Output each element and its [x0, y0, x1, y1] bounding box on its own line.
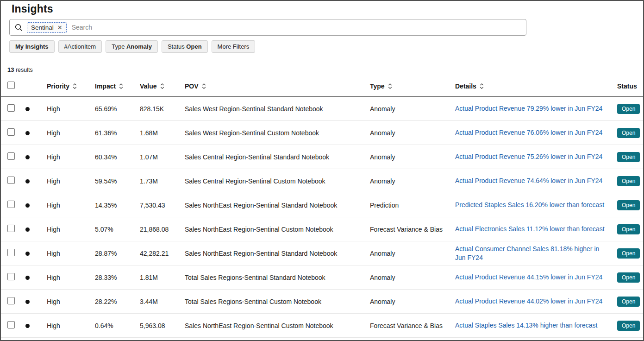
table-row[interactable]: High60.34%1.07MSales Central Region-Sent…	[1, 145, 644, 169]
filter-status-open[interactable]: Status Open	[162, 40, 208, 53]
table-row[interactable]: High0.64%5,963.08Sales NorthEast Region-…	[1, 314, 644, 338]
column-header-type[interactable]: Type	[364, 75, 449, 97]
status-cell: Open	[611, 217, 644, 241]
search-bar[interactable]: Sentinal ✕	[9, 19, 526, 36]
table-row[interactable]: High61.36%1.68MSales West Region-Sentina…	[1, 121, 644, 145]
pov-cell: Sales West Region-Sentinal Custom Notebo…	[179, 121, 364, 145]
impact-cell: 14.35%	[89, 193, 134, 217]
impact-cell: 61.36%	[89, 121, 134, 145]
details-cell: Actual Product Revenue 44.02% lower in J…	[449, 290, 611, 314]
table-row[interactable]: High5.07%21,868.08Sales NorthEast Region…	[1, 217, 644, 241]
row-checkbox[interactable]	[7, 297, 15, 304]
value-cell: 1.68M	[134, 121, 179, 145]
sort-icon[interactable]	[73, 83, 77, 89]
table-row[interactable]: High28.33%1.81MTotal Sales Regions-Senti…	[1, 265, 644, 290]
details-cell: Actual Product Revenue 76.06% lower in J…	[449, 121, 611, 145]
details-link[interactable]: Actual Product Revenue 75.26% lower in J…	[455, 152, 602, 161]
search-input[interactable]	[71, 23, 521, 32]
status-badge: Open	[617, 272, 640, 283]
checkbox-cell	[1, 265, 19, 290]
priority-cell: High	[41, 290, 89, 314]
details-link[interactable]: Actual Product Revenue 44.15% lower in J…	[455, 273, 602, 281]
details-link[interactable]: Actual Consumer Channel Sales 81.18% hig…	[455, 245, 605, 261]
chip-remove-icon[interactable]: ✕	[57, 25, 63, 31]
row-checkbox[interactable]	[7, 249, 15, 256]
column-header-details[interactable]: Details	[449, 75, 611, 97]
column-header-pov[interactable]: POV	[179, 75, 364, 97]
row-checkbox[interactable]	[7, 321, 15, 328]
table-row[interactable]: High14.35%7,530.43Sales NorthEast Region…	[1, 193, 644, 217]
status-cell: Open	[611, 314, 644, 338]
search-icon	[14, 23, 23, 32]
column-header-value[interactable]: Value	[134, 75, 179, 97]
table-row[interactable]: High28.87%42,282.21Sales NorthEast Regio…	[1, 241, 644, 265]
status-badge: Open	[617, 128, 640, 138]
status-cell: Open	[611, 169, 644, 193]
details-link[interactable]: Actual Product Revenue 79.29% lower in J…	[455, 104, 602, 113]
row-checkbox[interactable]	[7, 177, 15, 184]
page-title: Insights	[12, 3, 643, 15]
checkbox-cell	[1, 145, 19, 169]
table-header-row: Priority Impact Value POV Type Details S…	[1, 75, 644, 97]
type-cell: Anomaly	[364, 145, 449, 169]
row-checkbox[interactable]	[7, 225, 15, 232]
details-link[interactable]: Predicted Staples Sales 16.20% lower tha…	[455, 201, 604, 209]
pov-cell: Total Sales Regions-Sentinal Custom Note…	[179, 290, 364, 314]
priority-cell: High	[41, 97, 89, 121]
new-insight-dot-icon	[25, 203, 30, 208]
pov-cell: Sales West Region-Sentinal Standard Note…	[179, 97, 364, 121]
sort-icon[interactable]	[202, 83, 206, 89]
indicator-cell	[19, 314, 41, 338]
type-cell: Anomaly	[364, 169, 449, 193]
impact-cell: 65.69%	[89, 97, 134, 121]
impact-cell: 59.54%	[89, 169, 134, 193]
priority-cell: High	[41, 145, 89, 169]
type-cell: Anomaly	[364, 97, 449, 121]
sort-icon[interactable]	[388, 83, 392, 89]
pov-cell: Sales NorthEast Region-Sentinal Custom N…	[179, 217, 364, 241]
select-all-checkbox[interactable]	[7, 82, 15, 89]
details-link[interactable]: Actual Staples Sales 14.13% higher than …	[455, 321, 597, 329]
impact-cell: 0.64%	[89, 314, 134, 338]
details-link[interactable]: Actual Product Revenue 76.06% lower in J…	[455, 128, 602, 137]
row-checkbox[interactable]	[7, 128, 15, 136]
row-checkbox[interactable]	[7, 104, 15, 112]
checkbox-cell	[1, 290, 19, 314]
value-cell: 1.73M	[134, 169, 179, 193]
priority-cell: High	[41, 265, 89, 290]
filter-actionitem[interactable]: #ActionItem	[58, 40, 102, 53]
row-checkbox[interactable]	[7, 201, 15, 208]
sort-icon[interactable]	[119, 83, 123, 89]
row-checkbox[interactable]	[7, 152, 15, 160]
filter-my-insights[interactable]: My Insights	[9, 40, 55, 53]
status-badge: Open	[617, 297, 640, 307]
value-cell: 1.07M	[134, 145, 179, 169]
checkbox-cell	[1, 193, 19, 217]
column-header-priority[interactable]: Priority	[41, 75, 89, 97]
insights-table: Priority Impact Value POV Type Details S…	[1, 75, 644, 338]
filter-more-filters[interactable]: More Filters	[212, 40, 256, 53]
details-link[interactable]: Actual Electronics Sales 11.12% lower th…	[455, 225, 605, 233]
results-count: 13 results	[7, 66, 643, 73]
table-row[interactable]: High65.69%828.15KSales West Region-Senti…	[1, 97, 644, 121]
column-header-impact[interactable]: Impact	[89, 75, 134, 97]
sort-icon[interactable]	[480, 83, 484, 89]
pov-cell: Total Sales Regions-Sentinal Standard No…	[179, 265, 364, 290]
priority-cell: High	[41, 241, 89, 265]
pov-cell: Sales NorthEast Region-Sentinal Custom N…	[179, 314, 364, 338]
details-link[interactable]: Actual Product Revenue 74.64% lower in J…	[455, 177, 602, 185]
value-cell: 828.15K	[134, 97, 179, 121]
sort-icon[interactable]	[160, 83, 164, 89]
filter-type-anomaly[interactable]: Type Anomaly	[106, 40, 158, 53]
checkbox-cell	[1, 97, 19, 121]
search-chip[interactable]: Sentinal ✕	[27, 22, 67, 33]
row-checkbox[interactable]	[7, 273, 15, 280]
priority-cell: High	[41, 121, 89, 145]
table-row[interactable]: High59.54%1.73MSales Central Region-Sent…	[1, 169, 644, 193]
priority-cell: High	[41, 217, 89, 241]
table-row[interactable]: High28.22%3.44MTotal Sales Regions-Senti…	[1, 290, 644, 314]
details-link[interactable]: Actual Product Revenue 44.02% lower in J…	[455, 297, 602, 305]
impact-cell: 60.34%	[89, 145, 134, 169]
type-cell: Prediction	[364, 193, 449, 217]
new-insight-dot-icon	[25, 155, 30, 159]
